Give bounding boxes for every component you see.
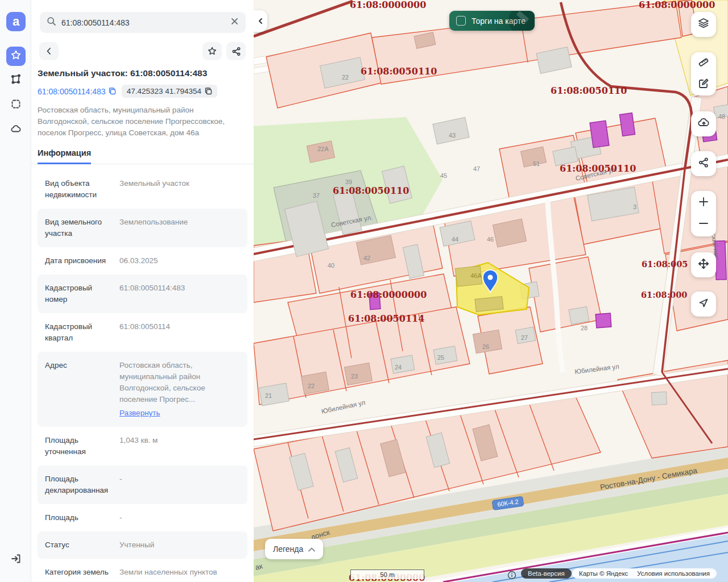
favorite-button[interactable] — [202, 42, 222, 60]
table-row: Площадь декларированная- — [38, 465, 247, 504]
table-row-address: АдресРостовская область, муниципальный р… — [38, 352, 247, 427]
svg-text:46А: 46А — [470, 272, 482, 279]
locate-me-button[interactable] — [691, 292, 716, 317]
svg-text:Юбилейная ул: Юбилейная ул — [321, 399, 366, 415]
copy-icon[interactable] — [109, 88, 116, 95]
draw-button[interactable] — [691, 74, 716, 95]
map-canvas[interactable]: 22 43 22А 39 37 45 47 51 3 44 46 42 40 4… — [254, 0, 728, 582]
plus-icon — [698, 197, 709, 209]
terms-link[interactable]: Условия использования — [637, 570, 710, 577]
sign-in-icon — [10, 553, 22, 567]
svg-text:37: 37 — [313, 192, 320, 199]
svg-text:61:08:0050110: 61:08:0050110 — [551, 85, 627, 96]
edit-icon — [698, 78, 709, 92]
table-row: Кадастровый номер61:08:0050114:483 — [38, 275, 247, 313]
table-row: Площадь уточненная1,043 кв. м — [38, 427, 247, 465]
chevron-up-icon — [308, 544, 315, 554]
svg-text:24: 24 — [395, 364, 402, 371]
ruler-button[interactable] — [691, 52, 716, 74]
svg-text:46: 46 — [487, 236, 494, 243]
attribution: Карты © Яндекс Условия использования — [572, 568, 717, 579]
table-row: СтатусУчтенный — [38, 531, 247, 559]
cloud-icon — [10, 123, 22, 137]
polygon-tool-button[interactable] — [6, 70, 26, 90]
search-input[interactable] — [61, 18, 225, 27]
svg-text:26: 26 — [482, 343, 489, 350]
collapse-panel-button[interactable] — [254, 10, 267, 32]
svg-text:43: 43 — [449, 132, 456, 139]
panel-header — [39, 42, 246, 60]
svg-text:28: 28 — [581, 325, 588, 331]
table-row: Кадастровый квартал61:08:0050114 — [38, 313, 247, 352]
layers-button[interactable] — [691, 12, 716, 37]
svg-text:61:08:0050114: 61:08:0050114 — [348, 313, 424, 324]
clear-search-icon[interactable] — [230, 17, 239, 28]
app-logo-glyph: a — [13, 14, 19, 29]
share-button[interactable] — [226, 42, 246, 60]
scale-bar: 50 m — [350, 569, 424, 579]
zoom-out-button[interactable] — [691, 214, 716, 235]
cloud-button[interactable] — [6, 120, 26, 140]
map-share-button[interactable] — [691, 151, 716, 176]
zoom-control-group — [691, 191, 716, 236]
svg-text:61:08:0050110: 61:08:0050110 — [361, 66, 437, 77]
zoom-in-button[interactable] — [691, 192, 716, 214]
svg-text:61:08:0000000: 61:08:0000000 — [350, 0, 426, 10]
svg-text:51: 51 — [533, 160, 540, 167]
svg-text:27: 27 — [521, 334, 528, 341]
svg-text:48: 48 — [718, 113, 725, 120]
svg-text:40: 40 — [328, 262, 334, 269]
svg-text:47: 47 — [473, 165, 480, 172]
gavel-icon — [508, 11, 535, 31]
info-table: Вид объекта недвижимостиЗемельный участо… — [38, 170, 247, 582]
copyright-link[interactable]: Карты © Яндекс — [579, 570, 628, 577]
svg-text:Юбилейная ул: Юбилейная ул — [574, 363, 619, 375]
measure-draw-group — [691, 52, 716, 95]
navigation-arrow-icon — [698, 297, 709, 311]
info-button[interactable] — [507, 571, 516, 580]
svg-text:25: 25 — [437, 354, 444, 361]
svg-text:23: 23 — [351, 373, 358, 380]
star-icon — [10, 49, 22, 63]
svg-text:61:08:000: 61:08:000 — [641, 290, 687, 300]
map-tiles[interactable]: 22 43 22А 39 37 45 47 51 3 44 46 42 40 4… — [254, 0, 728, 582]
tab-bar: Информация — [38, 148, 254, 164]
expand-address-link[interactable]: Развернуть — [119, 408, 160, 419]
svg-text:44: 44 — [452, 236, 458, 243]
back-button[interactable] — [39, 42, 59, 60]
cadastral-number-text: 61:08:0050114:483 — [38, 87, 106, 96]
pan-arrows-icon — [697, 257, 710, 272]
svg-text:21: 21 — [265, 392, 272, 399]
svg-text:61:08:0050110: 61:08:0050110 — [333, 185, 409, 196]
pan-button[interactable] — [691, 252, 716, 277]
svg-text:22: 22 — [342, 74, 349, 81]
svg-text:61:08:0000000: 61:08:0000000 — [350, 289, 427, 300]
favorites-star-button[interactable] — [6, 47, 26, 66]
object-address: Ростовская область, муниципальный район … — [38, 105, 246, 139]
checkbox-icon[interactable] — [456, 16, 466, 26]
legend-button[interactable]: Легенда — [265, 539, 323, 559]
chips-row: 61:08:0050114:483 47.425323 41.794354 — [38, 85, 246, 98]
svg-text:61:08:005: 61:08:005 — [642, 259, 688, 269]
upload-button[interactable] — [691, 111, 716, 136]
search-bar — [40, 12, 246, 33]
dashed-square-icon — [10, 98, 22, 112]
copy-icon[interactable] — [205, 88, 212, 95]
select-area-button[interactable] — [6, 95, 26, 115]
table-row: Категория земельЗемли населенных пунктов — [38, 559, 247, 582]
object-panel: Земельный участок: 61:08:0050114:483 61:… — [31, 0, 254, 582]
coordinates-chip[interactable]: 47.425323 41.794354 — [122, 85, 217, 98]
cadastral-number-chip[interactable]: 61:08:0050114:483 — [38, 87, 116, 96]
beta-badge: Beta-версия — [521, 568, 572, 579]
app-logo[interactable]: a — [6, 12, 26, 31]
svg-text:3: 3 — [633, 203, 636, 210]
legend-label: Легенда — [273, 544, 303, 554]
icon-rail: a — [0, 0, 31, 582]
sign-in-button[interactable] — [6, 550, 26, 569]
table-row: Площадь- — [38, 504, 247, 531]
tab-information[interactable]: Информация — [38, 148, 91, 164]
svg-text:39: 39 — [345, 178, 352, 185]
polygon-icon — [10, 73, 22, 87]
table-row: Вид объекта недвижимостиЗемельный участо… — [38, 170, 247, 209]
trades-on-map-toggle[interactable]: Торги на карте — [449, 11, 535, 31]
